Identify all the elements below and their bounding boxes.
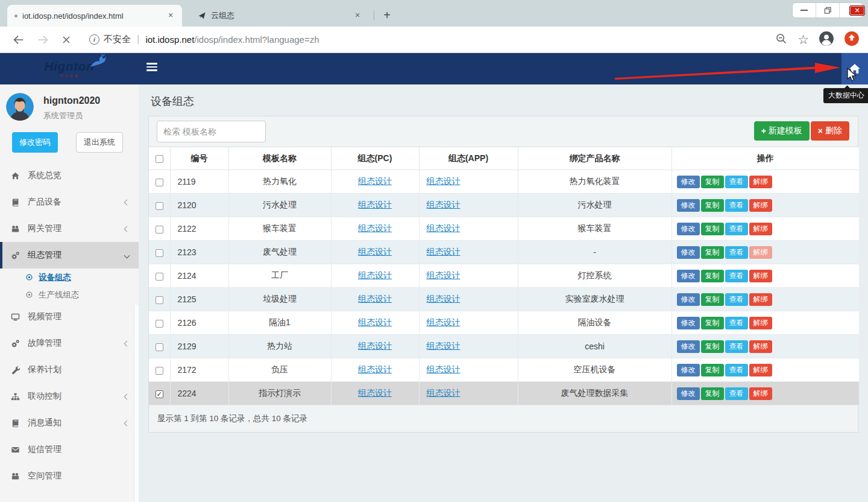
- create-template-button[interactable]: +新建模板: [754, 121, 810, 141]
- action-edit-button[interactable]: 修改: [677, 317, 700, 329]
- action-copy-button[interactable]: 复制: [701, 270, 724, 282]
- sidebar-subitem-device-config[interactable]: 设备组态: [0, 268, 139, 286]
- app-config-link[interactable]: 组态设计: [427, 223, 461, 233]
- action-copy-button[interactable]: 复制: [701, 364, 724, 376]
- row-checkbox[interactable]: [156, 179, 163, 186]
- close-window-button[interactable]: × ✕: [840, 3, 863, 17]
- change-password-button[interactable]: 修改密码: [12, 132, 58, 153]
- pc-config-link[interactable]: 组态设计: [358, 317, 392, 327]
- sidebar-item-sms[interactable]: 短信管理: [0, 436, 139, 463]
- avatar[interactable]: [6, 93, 34, 121]
- sidebar-item-gateway[interactable]: 网关管理: [0, 215, 139, 242]
- action-view-button[interactable]: 查看: [725, 293, 748, 306]
- pc-config-link[interactable]: 组态设计: [358, 294, 392, 303]
- action-edit-button[interactable]: 修改: [677, 246, 700, 259]
- action-copy-button[interactable]: 复制: [701, 317, 724, 329]
- action-copy-button[interactable]: 复制: [701, 176, 724, 188]
- action-edit-button[interactable]: 修改: [677, 387, 700, 400]
- select-all-checkbox[interactable]: [156, 155, 163, 163]
- action-edit-button[interactable]: 修改: [677, 176, 700, 188]
- action-edit-button[interactable]: 修改: [677, 223, 700, 235]
- sidebar-scrollbar[interactable]: [134, 305, 139, 502]
- back-icon[interactable]: [12, 33, 25, 46]
- browser-tab-cloud[interactable]: 云组态 ×: [190, 5, 369, 27]
- forward-icon[interactable]: [36, 33, 49, 46]
- row-checkbox[interactable]: [156, 226, 163, 234]
- sidebar-item-space[interactable]: 空间管理: [0, 463, 139, 489]
- action-unbind-button[interactable]: 解绑: [749, 223, 772, 235]
- action-view-button[interactable]: 查看: [725, 340, 748, 353]
- action-unbind-button[interactable]: 解绑: [749, 317, 772, 329]
- sidebar-subitem-line-config[interactable]: 生产线组态: [0, 286, 139, 303]
- row-checkbox[interactable]: [156, 343, 163, 351]
- browser-profile-avatar[interactable]: [819, 31, 834, 49]
- app-config-link[interactable]: 组态设计: [427, 317, 461, 327]
- action-copy-button[interactable]: 复制: [701, 387, 724, 400]
- app-config-link[interactable]: 组态设计: [427, 341, 461, 351]
- action-view-button[interactable]: 查看: [725, 246, 748, 259]
- app-config-link[interactable]: 组态设计: [427, 200, 461, 209]
- app-config-link[interactable]: 组态设计: [427, 270, 461, 280]
- search-input[interactable]: [157, 121, 266, 142]
- action-view-button[interactable]: 查看: [725, 270, 748, 282]
- action-copy-button[interactable]: 复制: [701, 223, 724, 235]
- action-edit-button[interactable]: 修改: [677, 270, 700, 282]
- sidebar-item-maintenance[interactable]: 保养计划: [0, 357, 139, 383]
- row-checkbox[interactable]: [156, 367, 163, 375]
- action-edit-button[interactable]: 修改: [677, 199, 700, 212]
- action-view-button[interactable]: 查看: [725, 387, 748, 400]
- row-checkbox[interactable]: [156, 320, 163, 328]
- sidebar-item-linkage[interactable]: 联动控制: [0, 383, 139, 410]
- app-config-link[interactable]: 组态设计: [427, 294, 461, 303]
- sidebar-item-config[interactable]: 组态管理: [0, 242, 139, 268]
- new-tab-button[interactable]: +: [380, 8, 394, 23]
- delete-button[interactable]: ×删除: [811, 121, 849, 141]
- action-view-button[interactable]: 查看: [725, 223, 748, 235]
- action-unbind-button[interactable]: 解绑: [749, 293, 772, 306]
- action-copy-button[interactable]: 复制: [701, 340, 724, 353]
- action-unbind-button[interactable]: 解绑: [749, 246, 772, 259]
- action-unbind-button[interactable]: 解绑: [749, 176, 772, 188]
- action-view-button[interactable]: 查看: [725, 199, 748, 212]
- action-unbind-button[interactable]: 解绑: [749, 364, 772, 376]
- action-edit-button[interactable]: 修改: [677, 340, 700, 353]
- bookmark-star-icon[interactable]: ☆: [797, 33, 809, 47]
- action-view-button[interactable]: 查看: [725, 176, 748, 188]
- url-host[interactable]: iot.idosp.net: [145, 34, 194, 45]
- app-config-link[interactable]: 组态设计: [427, 364, 461, 374]
- row-checkbox[interactable]: [156, 249, 163, 257]
- sidebar-item-system-overview[interactable]: 系统总览: [0, 162, 139, 189]
- action-view-button[interactable]: 查看: [725, 317, 748, 329]
- browser-tab-active[interactable]: iot.idosp.net/idosp/index.html ×: [7, 5, 182, 27]
- row-checkbox[interactable]: [156, 202, 163, 210]
- action-unbind-button[interactable]: 解绑: [749, 270, 772, 282]
- restore-button[interactable]: [816, 3, 840, 17]
- tab-close-icon[interactable]: ×: [352, 10, 363, 21]
- action-unbind-button[interactable]: 解绑: [749, 199, 772, 212]
- app-config-link[interactable]: 组态设计: [427, 176, 461, 186]
- pc-config-link[interactable]: 组态设计: [358, 341, 392, 351]
- action-unbind-button[interactable]: 解绑: [749, 340, 772, 353]
- action-edit-button[interactable]: 修改: [677, 364, 700, 376]
- security-label[interactable]: 不安全: [104, 34, 131, 45]
- sidebar-item-message[interactable]: 消息通知: [0, 410, 139, 436]
- sidebar-item-product-device[interactable]: 产品设备: [0, 189, 139, 215]
- pc-config-link[interactable]: 组态设计: [358, 247, 392, 256]
- site-info-icon[interactable]: i: [89, 34, 99, 45]
- pc-config-link[interactable]: 组态设计: [358, 388, 392, 398]
- url-path[interactable]: /idosp/index.html?language=zh: [194, 34, 319, 45]
- action-copy-button[interactable]: 复制: [701, 199, 724, 212]
- zoom-out-icon[interactable]: [775, 32, 788, 48]
- sidebar-item-video-mgmt[interactable]: 视频管理: [0, 303, 139, 330]
- action-copy-button[interactable]: 复制: [701, 246, 724, 259]
- row-checkbox[interactable]: [156, 273, 163, 281]
- tab-close-icon[interactable]: ×: [165, 10, 176, 21]
- minimize-button[interactable]: [793, 3, 816, 17]
- row-checkbox[interactable]: [156, 296, 163, 304]
- browser-update-icon[interactable]: [844, 31, 860, 49]
- stop-loading-icon[interactable]: [60, 34, 72, 46]
- app-config-link[interactable]: 组态设计: [427, 388, 461, 398]
- action-unbind-button[interactable]: 解绑: [749, 387, 772, 400]
- app-config-link[interactable]: 组态设计: [427, 247, 461, 256]
- pc-config-link[interactable]: 组态设计: [358, 176, 392, 186]
